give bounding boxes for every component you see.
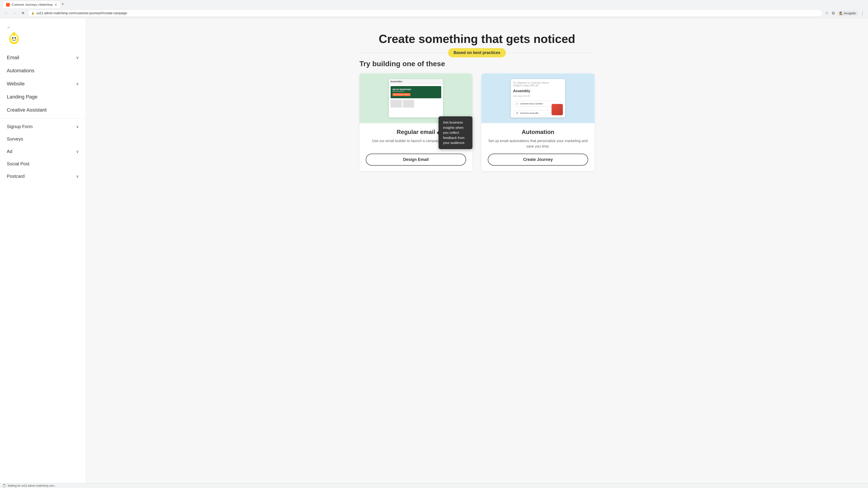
sidebar-item-signup-form[interactable]: Signup Form ∨ — [0, 121, 86, 133]
card-automation-desc: Set up email automations that personaliz… — [488, 138, 588, 149]
divider-line: Based on best practices — [360, 53, 594, 53]
sidebar-creative-assistant-label: Creative Assistant — [7, 107, 46, 113]
app-container: ← Email ∨ Automations Website ∨ — [0, 18, 868, 483]
status-text: Waiting for us21.admin.mailchimp.com... — [8, 484, 57, 487]
page-heading: Create something that gets noticed — [360, 32, 594, 46]
tab-favicon — [6, 3, 10, 6]
back-arrow-icon: ← — [7, 25, 11, 30]
email-banner: WE'VE REDEFINED REFRESHMENT. Get Premium… — [391, 86, 441, 98]
nav-actions: ☆ ⧉ 🕵️ Incognito ⋮ — [824, 10, 865, 17]
tab-title: Customer Journeys | Mailchimp — [11, 3, 53, 6]
svg-point-4 — [13, 32, 16, 36]
sidebar-ad-label: Ad — [7, 149, 12, 154]
sidebar-item-website[interactable]: Website ∨ — [0, 77, 86, 90]
email-img-2 — [403, 100, 414, 107]
bookmark-star-btn[interactable]: ☆ — [824, 10, 830, 17]
chevron-down-icon: ∨ — [76, 55, 79, 60]
svg-point-3 — [14, 37, 16, 38]
design-email-btn[interactable]: Design Email — [366, 154, 466, 166]
loading-spinner — [3, 484, 6, 487]
sidebar-social-post-label: Social Post — [7, 161, 29, 166]
tab-bar: Customer Journeys | Mailchimp ✕ + — [0, 0, 868, 8]
status-bar: Waiting for us21.admin.mailchimp.com... — [0, 483, 868, 488]
sidebar-item-surveys[interactable]: Surveys — [0, 133, 86, 145]
sidebar-item-creative-assistant[interactable]: Creative Assistant — [0, 103, 86, 117]
cards-grid: Email Editor WE'VE REDEFINED REFRESHMENT… — [360, 73, 594, 171]
product-image-placeholder — [552, 104, 563, 115]
surveys-tooltip: Get business insights when you collect f… — [438, 116, 472, 149]
new-tab-btn[interactable]: + — [61, 2, 64, 7]
node-icon-1: → — [516, 102, 519, 105]
menu-btn[interactable]: ⋮ — [860, 10, 865, 17]
email-editor-body: WE'VE REDEFINED REFRESHMENT. Get Premium… — [389, 84, 443, 109]
svg-point-2 — [12, 37, 13, 38]
tooltip-text: Get business insights when you collect f… — [443, 121, 465, 144]
email-editor-mockup: Email Editor WE'VE REDEFINED REFRESHMENT… — [389, 79, 443, 118]
address-bar[interactable]: 🔒 us21.admin.mailchimp.com/customer-jour… — [28, 9, 822, 17]
email-banner-title: WE'VE REDEFINED — [393, 88, 439, 91]
email-image-row — [391, 100, 441, 107]
email-editor-header: Email Editor — [389, 79, 443, 84]
create-journey-btn[interactable]: Create Journey — [488, 154, 588, 166]
browser-chrome: Customer Journeys | Mailchimp ✕ + ← → ✕ … — [0, 0, 868, 18]
node-icon-2: ✉ — [516, 111, 519, 115]
incognito-label: Incognito — [844, 11, 856, 15]
incognito-icon: 🕵️ — [839, 11, 843, 15]
sidebar-signup-form-label: Signup Form — [7, 124, 33, 129]
back-btn[interactable]: ← — [3, 10, 9, 17]
sidebar-item-automations[interactable]: Automations — [0, 64, 86, 77]
main-content: Create something that gets noticed Based… — [86, 18, 868, 483]
main-inner: Create something that gets noticed Based… — [341, 18, 613, 185]
sidebar-email-label: Email — [7, 55, 19, 61]
sidebar-item-postcard[interactable]: Postcard ∨ — [0, 170, 86, 183]
email-banner-sub: REFRESHMENT. — [393, 91, 439, 92]
url-text: us21.admin.mailchimp.com/customer-journe… — [36, 11, 819, 15]
automation-title-label: Assembly — [513, 89, 563, 93]
card-automation: To: Segment or Customer NameSubject: Enj… — [482, 73, 594, 171]
svg-point-6 — [15, 39, 17, 40]
sidebar-postcard-label: Postcard — [7, 174, 25, 179]
sidebar-item-social-post[interactable]: Social Post — [0, 158, 86, 170]
sidebar-item-ad[interactable]: Ad ∨ — [0, 145, 86, 158]
chevron-down-icon: ∨ — [76, 149, 79, 154]
sidebar-back-btn[interactable]: ← — [0, 23, 86, 32]
sidebar-website-label: Website — [7, 81, 25, 87]
card-email-image: Email Editor WE'VE REDEFINED REFRESHMENT… — [360, 73, 472, 123]
svg-point-5 — [11, 39, 13, 40]
tab-close-btn[interactable]: ✕ — [55, 3, 57, 6]
best-practices-badge: Based on best practices — [448, 48, 506, 57]
sidebar-automations-label: Automations — [7, 68, 34, 74]
mailchimp-logo — [7, 32, 21, 46]
node-1-label: Customer buys a product — [520, 103, 543, 105]
email-editor-label: Email Editor — [391, 80, 403, 83]
node-2-label: Send first email offer — [520, 112, 539, 114]
chevron-down-icon: ∨ — [76, 81, 79, 86]
split-screen-btn[interactable]: ⧉ — [831, 10, 836, 17]
card-automation-title: Automation — [488, 129, 588, 135]
automation-promo-label: new enjoy 20% off — [513, 95, 563, 97]
lock-icon: 🔒 — [31, 11, 35, 15]
try-heading: Try building one of these — [360, 60, 594, 68]
automation-subtitle-label: To: Segment or Customer NameSubject: Enj… — [513, 81, 563, 87]
reload-btn[interactable]: ✕ — [20, 10, 26, 17]
card-automation-image: To: Segment or Customer NameSubject: Enj… — [482, 73, 594, 123]
card-automation-body: Automation Set up email automations that… — [482, 123, 594, 171]
sidebar-surveys-label: Surveys — [7, 136, 23, 142]
chevron-down-icon: ∨ — [76, 124, 79, 129]
card-regular-email: Email Editor WE'VE REDEFINED REFRESHMENT… — [360, 73, 472, 171]
email-cta-btn: Get Premium Content — [393, 93, 410, 96]
sidebar: ← Email ∨ Automations Website ∨ — [0, 18, 86, 483]
nav-bar: ← → ✕ 🔒 us21.admin.mailchimp.com/custome… — [0, 8, 868, 18]
automation-mockup: To: Segment or Customer NameSubject: Enj… — [511, 79, 565, 118]
sidebar-item-landing-page[interactable]: Landing Page — [0, 90, 86, 103]
forward-btn[interactable]: → — [11, 10, 18, 17]
sidebar-landing-page-label: Landing Page — [7, 94, 37, 100]
active-tab[interactable]: Customer Journeys | Mailchimp ✕ — [3, 1, 61, 8]
email-img-1 — [391, 100, 402, 107]
incognito-badge: 🕵️ Incognito — [837, 11, 858, 16]
sidebar-item-email[interactable]: Email ∨ — [0, 51, 86, 64]
chevron-down-icon: ∨ — [76, 174, 79, 179]
